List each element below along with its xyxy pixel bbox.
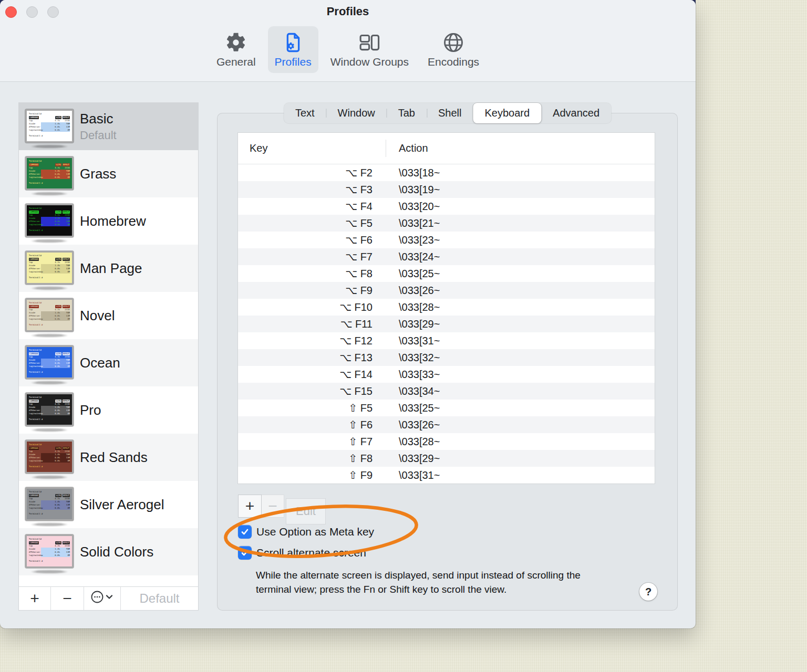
table-row[interactable]: ⌥ F7\033[24~ <box>238 248 655 265</box>
tab-window[interactable]: Window <box>326 103 387 123</box>
document-gear-icon <box>281 30 305 55</box>
table-row[interactable]: ⇧ F6\033[26~ <box>238 416 655 433</box>
profile-thumbnail: Terminal1#COMMAND%CPURPRVTtop4.1%231KXco… <box>25 156 74 190</box>
profile-row-ocean[interactable]: Terminal1#COMMAND%CPURPRVTtop4.1%231KXco… <box>19 339 198 386</box>
key-cell: ⌥ F2 <box>238 166 386 179</box>
profile-name: Pro <box>80 402 101 418</box>
column-header-action: Action <box>399 142 428 154</box>
profile-name: Silver Aerogel <box>80 497 164 513</box>
table-row[interactable]: ⌥ F3\033[19~ <box>238 181 655 198</box>
checkbox-checked-icon[interactable] <box>238 525 252 539</box>
profile-thumbnail: Terminal1#COMMAND%CPURPRVTtop4.1%231KXco… <box>25 345 74 379</box>
key-cell: ⇧ F7 <box>238 435 386 448</box>
table-row[interactable]: ⌥ F10\033[28~ <box>238 299 655 316</box>
profile-name: Novel <box>80 308 115 324</box>
profile-row-grass[interactable]: Terminal1#COMMAND%CPURPRVTtop4.1%231KXco… <box>19 150 198 197</box>
key-cell: ⌥ F7 <box>238 250 386 263</box>
tab-keyboard[interactable]: Keyboard <box>473 103 541 123</box>
action-cell: \033[32~ <box>386 352 440 364</box>
thumbnail-shadow <box>30 570 68 573</box>
profile-name: Grass <box>80 166 116 182</box>
table-header: Key Action <box>238 133 655 164</box>
thumbnail-shadow <box>30 287 68 290</box>
action-cell: \033[20~ <box>386 201 440 213</box>
profile-list-panel: Terminal1#COMMAND%CPURPRVTtop4.1%231KXco… <box>19 103 198 610</box>
checkbox-label: Scroll alternate screen <box>256 547 366 559</box>
thumbnail-shadow <box>30 192 68 195</box>
key-cell: ⇧ F8 <box>238 452 386 465</box>
profile-name: Homebrew <box>80 213 146 229</box>
profile-row-homebrew[interactable]: Terminal1#COMMAND%CPURPRVTtop4.1%231KXco… <box>19 197 198 245</box>
table-row[interactable]: ⌥ F13\033[32~ <box>238 349 655 366</box>
profile-name: Solid Colors <box>80 544 153 560</box>
key-cell: ⌥ F6 <box>238 234 386 246</box>
profile-name: Ocean <box>80 355 120 371</box>
profile-row-solid-colors[interactable]: Terminal1#COMMAND%CPURPRVTtop4.1%231KXco… <box>19 528 198 575</box>
remove-profile-button[interactable]: − <box>51 587 84 610</box>
action-cell: \033[21~ <box>386 217 440 229</box>
table-row[interactable]: ⇧ F7\033[28~ <box>238 433 655 450</box>
remove-mapping-button[interactable]: − <box>262 495 284 518</box>
add-profile-button[interactable]: + <box>19 587 51 610</box>
key-cell: ⌥ F13 <box>238 351 386 364</box>
table-row[interactable]: ⌥ F5\033[21~ <box>238 215 655 232</box>
profile-row-man-page[interactable]: Terminal1#COMMAND%CPURPRVTtop4.1%231KXco… <box>19 245 198 292</box>
profile-row-red-sands[interactable]: Terminal1#COMMAND%CPURPRVTtop4.1%231KXco… <box>19 434 198 481</box>
action-cell: \033[31~ <box>386 469 440 481</box>
table-row[interactable]: ⇧ F9\033[31~ <box>238 467 655 484</box>
key-cell: ⇧ F5 <box>238 402 386 414</box>
profile-row-novel[interactable]: Terminal1#COMMAND%CPURPRVTtop4.1%231KXco… <box>19 292 198 339</box>
action-cell: \033[25~ <box>386 268 440 280</box>
table-row[interactable]: ⌥ F15\033[34~ <box>238 383 655 400</box>
toolbar-item-general[interactable]: General <box>210 26 263 73</box>
table-row[interactable]: ⇧ F5\033[25~ <box>238 400 655 416</box>
table-row[interactable]: ⌥ F9\033[26~ <box>238 282 655 299</box>
action-cell: \033[34~ <box>386 385 440 397</box>
action-cell: \033[29~ <box>386 318 440 330</box>
profile-subtitle: Default <box>80 129 117 142</box>
set-default-button[interactable]: Default <box>121 587 198 610</box>
profile-thumbnail: Terminal1#COMMAND%CPURPRVTtop4.1%231KXco… <box>25 393 74 426</box>
add-mapping-button[interactable]: + <box>238 495 262 518</box>
action-cell: \033[28~ <box>386 301 440 313</box>
edit-mapping-button[interactable]: Edit <box>286 498 326 524</box>
preferences-toolbar: GeneralProfilesWindow GroupsEncodings <box>0 26 696 73</box>
table-row[interactable]: ⇧ F8\033[29~ <box>238 450 655 467</box>
toolbar-item-profiles[interactable]: Profiles <box>268 26 318 73</box>
use-option-as-meta-checkbox-row[interactable]: Use Option as Meta key <box>238 525 374 539</box>
table-row[interactable]: ⌥ F8\033[25~ <box>238 265 655 282</box>
table-row[interactable]: ⌥ F6\033[23~ <box>238 232 655 248</box>
profile-thumbnail: Terminal1#COMMAND%CPURPRVTtop4.1%231KXco… <box>25 487 74 521</box>
table-row[interactable]: ⌥ F2\033[18~ <box>238 164 655 181</box>
action-cell: \033[25~ <box>386 402 440 414</box>
key-cell: ⌥ F3 <box>238 183 386 196</box>
tab-advanced[interactable]: Advanced <box>541 103 611 123</box>
key-cell: ⌥ F9 <box>238 284 386 297</box>
table-row[interactable]: ⌥ F14\033[33~ <box>238 366 655 383</box>
checkbox-checked-icon[interactable] <box>238 546 252 560</box>
action-cell: \033[29~ <box>386 453 440 465</box>
column-divider <box>386 140 386 157</box>
tab-shell[interactable]: Shell <box>427 103 473 123</box>
toolbar-item-encodings[interactable]: Encodings <box>421 26 486 73</box>
titlebar: Profiles GeneralProfilesWindow GroupsEnc… <box>0 0 696 82</box>
key-cell: ⇧ F9 <box>238 469 386 481</box>
gear-icon <box>224 30 248 55</box>
toolbar-item-label: Profiles <box>275 56 312 68</box>
profile-name: Basic <box>80 111 117 127</box>
profile-row-silver-aerogel[interactable]: Terminal1#COMMAND%CPURPRVTtop4.1%231KXco… <box>19 481 198 528</box>
tab-text[interactable]: Text <box>284 103 326 123</box>
profile-row-pro[interactable]: Terminal1#COMMAND%CPURPRVTtop4.1%231KXco… <box>19 386 198 434</box>
table-row[interactable]: ⌥ F11\033[29~ <box>238 316 655 332</box>
scroll-alternate-screen-checkbox-row[interactable]: Scroll alternate screen <box>238 546 366 560</box>
help-button[interactable]: ? <box>639 583 657 601</box>
profile-thumbnail: Terminal1#COMMAND%CPURPRVTtop4.1%231KXco… <box>25 251 74 285</box>
table-row[interactable]: ⌥ F12\033[31~ <box>238 332 655 349</box>
table-row[interactable]: ⌥ F4\033[20~ <box>238 198 655 215</box>
profile-row-basic[interactable]: Terminal1#COMMAND%CPURPRVTtop4.1%231KXco… <box>19 103 198 150</box>
more-options-button[interactable] <box>84 587 121 610</box>
tab-tab[interactable]: Tab <box>387 103 427 123</box>
toolbar-item-window-groups[interactable]: Window Groups <box>324 26 416 73</box>
key-cell: ⌥ F15 <box>238 385 386 397</box>
key-cell: ⌥ F8 <box>238 267 386 280</box>
